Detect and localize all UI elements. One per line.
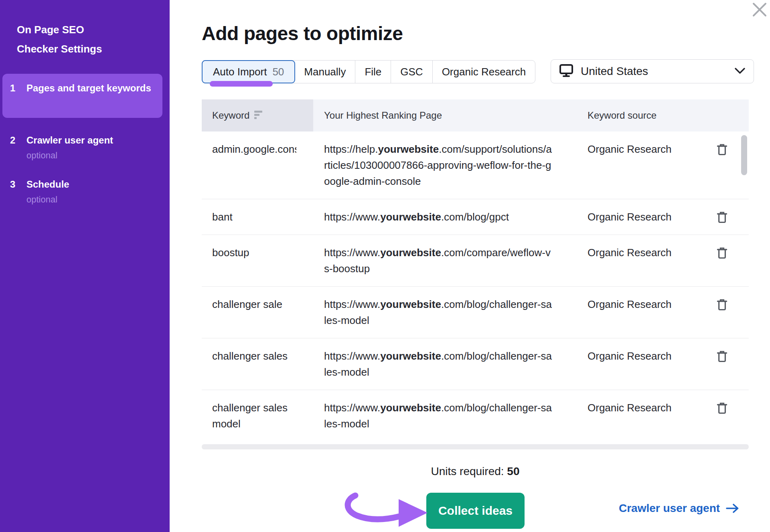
table-row: challenger sale https://www.yourwebsite.… [202, 286, 749, 338]
collect-ideas-button[interactable]: Collect ideas [426, 493, 525, 529]
settings-sidebar: On Page SEO Checker Settings 1 Pages and… [0, 0, 170, 532]
trash-icon [717, 350, 727, 363]
tab-gsc[interactable]: GSC [391, 61, 432, 83]
sidebar-title: On Page SEO Checker Settings [17, 20, 102, 59]
import-source-tabs: Auto Import 50 Manually File GSC Organic… [202, 60, 535, 83]
purple-arrow-annotation [341, 490, 430, 532]
sidebar-step-schedule[interactable]: 3 Schedule optional [2, 170, 162, 212]
ranking-page-url: https://www.yourwebsite.com/blog/challen… [324, 400, 553, 432]
column-header-keyword[interactable]: Keyword [202, 99, 313, 131]
page-title: Add pages to optimize [202, 22, 403, 45]
keyword-source-cell: Organic Research [588, 348, 706, 380]
step-number: 2 [10, 133, 26, 162]
keyword-cell: challenger sale [202, 296, 313, 328]
tab-file[interactable]: File [355, 61, 391, 83]
table-row: admin.google.console https://help.yourwe… [202, 131, 749, 199]
keyword-cell: challenger sales [202, 348, 313, 380]
delete-row-button[interactable] [706, 245, 738, 277]
table-row: bant https://www.yourwebsite.com/blog/gp… [202, 199, 749, 235]
table-row: challenger sales model https://www.yourw… [202, 390, 749, 441]
units-required-label: Units required: [431, 465, 507, 477]
ranking-page-url: https://www.yourwebsite.com/blog/gpct [324, 209, 553, 225]
table-row: challenger sales https://www.yourwebsite… [202, 338, 749, 390]
keyword-source-cell: Organic Research [588, 209, 706, 225]
column-header-source: Keyword source [588, 99, 706, 131]
step-label: Schedule [26, 179, 69, 190]
table-row: boostup https://www.yourwebsite.com/comp… [202, 235, 749, 286]
column-header-page: Your Highest Ranking Page [313, 99, 588, 131]
tab-organic-research[interactable]: Organic Research [433, 61, 535, 83]
device-monitor-icon [559, 64, 573, 79]
trash-icon [717, 144, 727, 156]
vertical-scrollbar-thumb[interactable] [741, 135, 747, 175]
tab-file-label: File [365, 66, 381, 78]
tab-auto-import-count: 50 [272, 66, 284, 78]
tab-auto-import[interactable]: Auto Import 50 [202, 60, 295, 83]
sidebar-title-line2: Checker Settings [17, 39, 102, 59]
crawler-user-agent-link[interactable]: Crawler user agent [619, 502, 740, 515]
delete-row-button[interactable] [706, 209, 738, 225]
column-header-keyword-label: Keyword [212, 110, 249, 121]
tab-organic-research-label: Organic Research [442, 66, 526, 78]
horizontal-scrollbar-track[interactable] [202, 444, 749, 449]
keyword-cell: boostup [202, 245, 313, 277]
keyword-source-cell: Organic Research [588, 296, 706, 328]
country-select-value: United States [581, 65, 734, 78]
delete-row-button[interactable] [706, 141, 738, 189]
ranking-page-url: https://www.yourwebsite.com/blog/challen… [324, 348, 553, 380]
table-header: Keyword Your Highest Ranking Page Keywor… [202, 99, 749, 131]
sort-icon[interactable] [254, 111, 262, 120]
sidebar-step-crawler-user-agent[interactable]: 2 Crawler user agent optional [2, 126, 162, 168]
sidebar-title-line1: On Page SEO [17, 20, 102, 39]
step-label: Crawler user agent [26, 135, 113, 146]
step-number: 1 [10, 81, 26, 111]
column-header-page-label: Your Highest Ranking Page [324, 110, 442, 121]
delete-row-button[interactable] [706, 400, 738, 432]
crawler-user-agent-link-label: Crawler user agent [619, 502, 720, 515]
keyword-source-cell: Organic Research [588, 141, 706, 189]
tab-gsc-label: GSC [400, 66, 423, 78]
step-optional-label: optional [26, 150, 157, 162]
column-header-source-label: Keyword source [588, 110, 657, 121]
trash-icon [717, 402, 727, 415]
ranking-page-url: https://www.yourwebsite.com/compare/wefl… [324, 245, 553, 277]
keyword-cell: admin.google.console [212, 141, 296, 157]
step-optional-label: optional [26, 194, 157, 206]
keyword-cell: challenger sales model [202, 400, 313, 432]
tab-manually-label: Manually [304, 66, 346, 78]
keywords-table: admin.google.console https://help.yourwe… [202, 131, 749, 441]
step-number: 3 [10, 177, 26, 206]
trash-icon [717, 299, 727, 311]
keyword-source-cell: Organic Research [588, 400, 706, 432]
trash-icon [717, 247, 727, 259]
step-label: Pages and target keywords [26, 83, 151, 93]
delete-row-button[interactable] [706, 348, 738, 380]
keyword-source-cell: Organic Research [588, 245, 706, 277]
sidebar-step-pages-and-target-keywords[interactable]: 1 Pages and target keywords [2, 74, 162, 118]
delete-row-button[interactable] [706, 296, 738, 328]
arrow-right-icon [725, 503, 740, 514]
units-required-text: Units required: 50 [202, 465, 749, 478]
ranking-page-url: https://help.yourwebsite.com/support/sol… [324, 141, 553, 189]
trash-icon [717, 211, 727, 224]
onpage-seo-checker-settings-modal: On Page SEO Checker Settings 1 Pages and… [0, 0, 770, 532]
ranking-page-url: https://www.yourwebsite.com/blog/challen… [324, 296, 553, 328]
country-select[interactable]: United States [551, 59, 754, 83]
chevron-down-icon [734, 67, 746, 76]
close-icon[interactable] [751, 1, 768, 18]
tab-auto-import-label: Auto Import [213, 66, 267, 78]
keyword-cell: bant [202, 209, 313, 225]
purple-underline-annotation [210, 81, 273, 87]
units-required-value: 50 [507, 465, 519, 477]
tab-manually[interactable]: Manually [295, 61, 355, 83]
